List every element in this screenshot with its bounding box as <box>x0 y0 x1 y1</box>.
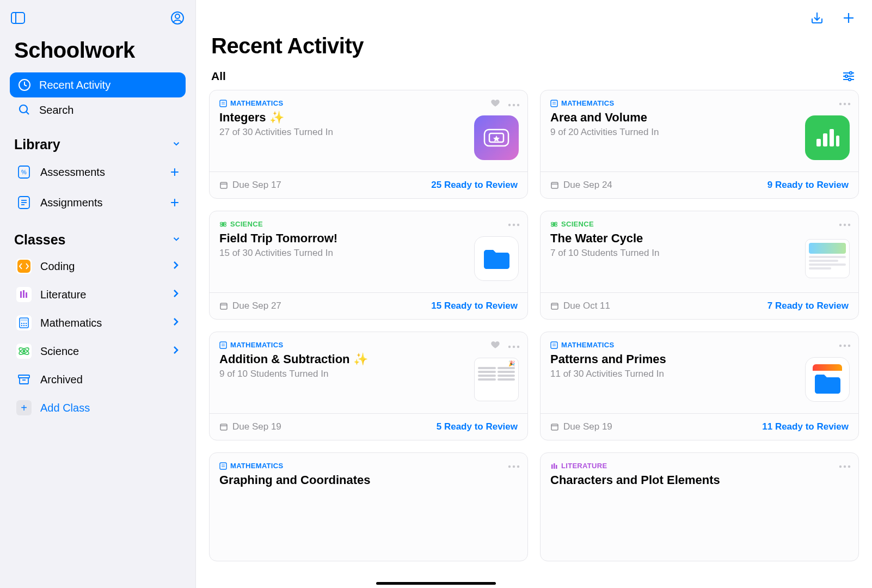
card-actions <box>508 219 520 229</box>
card-header: SCIENCE <box>550 220 849 228</box>
class-label: Literature <box>40 289 87 301</box>
ready-to-review-link[interactable]: 5 Ready to Review <box>437 421 518 432</box>
card-actions <box>490 340 520 352</box>
home-indicator <box>376 582 496 585</box>
due-date: Due Sep 19 <box>219 421 281 432</box>
add-class-button[interactable]: + Add Class <box>10 394 186 422</box>
card-actions <box>839 219 851 229</box>
classes-section-header[interactable]: Classes <box>14 232 181 248</box>
card-footer: Due Sep 24 9 Ready to Review <box>541 171 858 198</box>
activity-card[interactable]: SCIENCE Field Trip Tomorrow! 15 of 30 Ac… <box>209 211 528 320</box>
subject-label: MATHEMATICS <box>230 462 283 470</box>
card-title: Characters and Plot Elements <box>550 473 849 487</box>
class-item-literature[interactable]: Literature <box>10 280 186 309</box>
due-label: Due Sep 19 <box>563 421 612 432</box>
subject-label: SCIENCE <box>561 220 594 228</box>
card-header: SCIENCE <box>219 220 518 228</box>
svg-point-85 <box>513 346 515 348</box>
activity-card[interactable]: SCIENCE The Water Cycle 7 of 10 Students… <box>540 211 859 320</box>
activity-card[interactable]: LITERATURE Characters and Plot Elements <box>540 452 859 561</box>
subject-label: MATHEMATICS <box>561 99 614 107</box>
filter-label[interactable]: All <box>211 70 226 83</box>
card-body: MATHEMATICS Integers ✨ 27 of 30 Activiti… <box>210 90 527 171</box>
new-icon[interactable] <box>840 10 857 26</box>
calendar-icon <box>219 302 228 310</box>
library-item-assignments[interactable]: Assignments + <box>10 187 186 218</box>
library-item-assessments[interactable]: % Assessments + <box>10 157 186 187</box>
svg-rect-0 <box>11 13 24 23</box>
svg-rect-89 <box>551 342 557 348</box>
more-icon[interactable] <box>508 219 520 229</box>
add-assessment-icon[interactable]: + <box>170 163 179 181</box>
calendar-icon <box>550 302 559 310</box>
card-subtitle: 15 of 30 Activities Turned In <box>219 248 518 259</box>
ready-to-review-link[interactable]: 25 Ready to Review <box>431 180 518 191</box>
activity-card[interactable]: MATHEMATICS Graphing and Coordinates <box>209 452 528 561</box>
filter-settings-icon[interactable] <box>840 68 857 84</box>
more-icon[interactable] <box>839 219 851 229</box>
more-icon[interactable] <box>839 461 851 470</box>
svg-rect-95 <box>551 424 558 430</box>
due-date: Due Sep 27 <box>219 301 281 311</box>
ready-to-review-link[interactable]: 11 Ready to Review <box>762 421 849 432</box>
ready-to-review-link[interactable]: 9 Ready to Review <box>767 180 849 191</box>
class-item-mathematics[interactable]: Mathematics <box>10 309 186 337</box>
nav-search[interactable]: Search <box>10 97 186 122</box>
ready-to-review-link[interactable]: 7 Ready to Review <box>767 301 849 311</box>
card-header: MATHEMATICS <box>219 341 518 349</box>
ready-to-review-link[interactable]: 15 Ready to Review <box>431 301 518 311</box>
svg-point-73 <box>554 223 555 225</box>
svg-point-92 <box>839 345 842 347</box>
svg-point-101 <box>513 465 515 468</box>
favorite-icon[interactable] <box>490 340 500 352</box>
favorite-icon[interactable] <box>490 98 500 110</box>
literature-icon <box>16 287 32 302</box>
svg-point-77 <box>844 224 846 226</box>
activity-card[interactable]: MATHEMATICS Integers ✨ 27 of 30 Activiti… <box>209 90 528 199</box>
calendar-icon <box>219 181 228 189</box>
card-actions <box>839 461 851 470</box>
activity-card[interactable]: MATHEMATICS Area and Volume 9 of 20 Acti… <box>540 90 859 199</box>
activity-card[interactable]: MATHEMATICS Patterns and Primes 11 of 30… <box>540 332 859 440</box>
svg-rect-79 <box>551 303 558 309</box>
library-section-header[interactable]: Library <box>14 137 181 152</box>
nav-recent-activity[interactable]: Recent Activity <box>10 72 186 97</box>
more-icon[interactable] <box>508 341 520 351</box>
activity-card[interactable]: MATHEMATICS Addition & Subtraction ✨ 9 o… <box>209 332 528 440</box>
card-title: The Water Cycle <box>550 231 849 246</box>
more-icon[interactable] <box>508 99 520 109</box>
nav-label: Recent Activity <box>39 79 110 91</box>
more-icon[interactable] <box>839 340 851 350</box>
svg-rect-62 <box>551 182 558 188</box>
svg-point-68 <box>513 224 515 226</box>
svg-rect-71 <box>220 303 227 309</box>
more-icon[interactable] <box>508 461 520 470</box>
card-header: LITERATURE <box>550 462 849 470</box>
download-icon[interactable] <box>809 10 825 26</box>
svg-rect-20 <box>21 319 27 321</box>
class-item-archived[interactable]: Archived <box>10 365 186 394</box>
more-icon[interactable] <box>839 98 851 108</box>
svg-point-3 <box>175 14 180 19</box>
sidebar-toggle-icon[interactable] <box>10 10 26 26</box>
class-item-science[interactable]: Science <box>10 337 186 365</box>
card-thumbnail <box>474 236 519 281</box>
sidebar-top-bar <box>10 10 186 26</box>
add-assignment-icon[interactable]: + <box>170 194 179 211</box>
svg-rect-61 <box>836 136 839 146</box>
card-subtitle: 11 of 30 Activities Turned In <box>550 369 849 379</box>
subject-badge: SCIENCE <box>550 220 594 228</box>
class-item-coding[interactable]: Coding <box>10 252 186 280</box>
svg-rect-97 <box>220 463 226 469</box>
card-title: Integers ✨ <box>219 111 518 125</box>
account-icon[interactable] <box>169 10 186 26</box>
card-subtitle: 9 of 20 Activities Turned In <box>550 127 849 138</box>
sidebar: Schoolwork Recent Activity Search Librar… <box>0 0 196 588</box>
subject-badge: MATHEMATICS <box>550 99 614 107</box>
card-body: MATHEMATICS Addition & Subtraction ✨ 9 o… <box>210 332 527 413</box>
due-date: Due Sep 19 <box>550 421 612 432</box>
due-label: Due Sep 24 <box>563 180 612 191</box>
card-body: SCIENCE The Water Cycle 7 of 10 Students… <box>541 211 858 292</box>
chevron-right-icon <box>173 261 179 272</box>
calendar-icon <box>550 422 559 431</box>
